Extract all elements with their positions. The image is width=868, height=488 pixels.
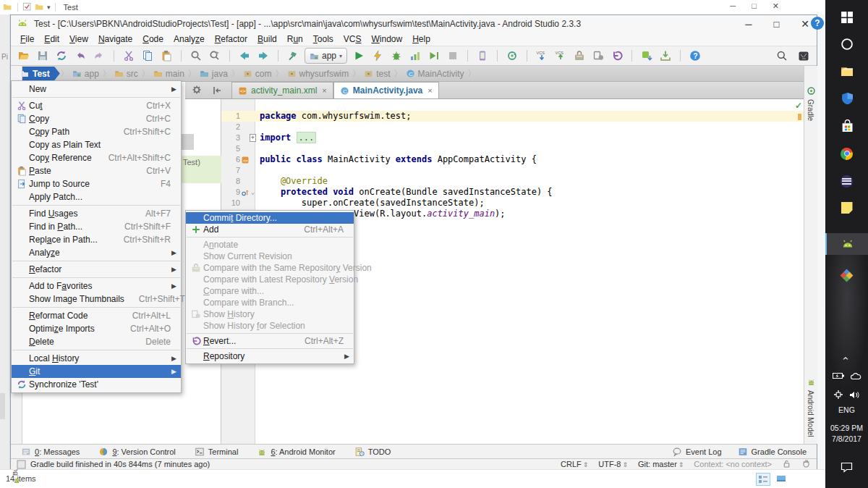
git-submenu-item-show-history[interactable]: Show History <box>186 308 354 320</box>
context-menu-item-new[interactable]: New▶ <box>12 83 181 96</box>
action-center-icon[interactable] <box>825 456 868 478</box>
editor-gear-icon[interactable] <box>190 83 204 98</box>
toolbar-save-button[interactable] <box>35 49 50 63</box>
as-titlebar[interactable]: Test - [C:\Users\PBKN\AndroidStudioProje… <box>11 15 817 33</box>
explorer-thumbnail-view-button[interactable] <box>775 473 788 484</box>
toolbar-back-button[interactable] <box>237 49 252 63</box>
pen-device-icon[interactable] <box>833 390 843 400</box>
toolbar-help-button[interactable]: ? <box>688 49 702 63</box>
context-menu-item-synchronize-test[interactable]: Synchronize 'Test' <box>12 378 181 391</box>
git-submenu-item-add[interactable]: AddCtrl+Alt+A <box>186 224 354 235</box>
fold-marker-slot[interactable]: + <box>250 132 256 143</box>
menubar-item-edit[interactable]: Edit <box>39 33 64 45</box>
menubar-item-build[interactable]: Build <box>252 33 282 45</box>
git-submenu-item-show-current-revision[interactable]: Show Current Revision <box>186 251 354 262</box>
git-submenu-item-show-history-for-selection[interactable]: Show History for Selection <box>186 320 354 332</box>
menubar-item-refactor[interactable]: Refactor <box>210 33 252 45</box>
git-submenu-item-compare-with-the-same-repository-version[interactable]: Compare with the Same Repository Version <box>186 262 354 274</box>
tab-close-icon[interactable]: × <box>322 86 326 95</box>
toolbar-compare-button[interactable] <box>572 49 587 63</box>
menubar-item-vcs[interactable]: VCS <box>339 33 367 45</box>
android-model-toolwindow-button[interactable]: Android Model <box>807 390 814 437</box>
menubar-item-navigate[interactable]: Navigate <box>93 33 137 45</box>
git-submenu-item-commit-directory[interactable]: Commit Directory... <box>186 212 354 224</box>
context-menu-item-copy-path[interactable]: Copy PathCtrl+Shift+C <box>12 125 181 138</box>
fold-expand-icon[interactable]: + <box>250 134 256 142</box>
context-menu-item-copy[interactable]: CopyCtrl+C <box>12 112 181 125</box>
context-menu-item-optimize-imports[interactable]: Optimize ImportsCtrl+Alt+O <box>12 322 181 335</box>
fold-marker-slot[interactable]: ⌄ <box>250 187 256 198</box>
toolbar-copy-button[interactable] <box>140 49 155 63</box>
toolbar-make-button[interactable] <box>286 49 300 63</box>
chevron-down-icon[interactable]: ▾ <box>47 4 51 11</box>
toolbar-changes-button[interactable] <box>591 49 605 63</box>
context-menu-item-copy-reference[interactable]: Copy ReferenceCtrl+Alt+Shift+C <box>12 151 181 164</box>
taskbar-pinwheel-app-icon[interactable] <box>825 265 868 287</box>
taskbar-sticky-notes-icon[interactable] <box>825 197 868 219</box>
context-menu-item-reformat-code[interactable]: Reformat CodeCtrl+Alt+L <box>12 309 181 322</box>
context-menu-item-refactor[interactable]: Refactor▶ <box>12 263 181 276</box>
code-line-10[interactable]: 10 super.onCreate(savedInstanceState); <box>221 198 804 209</box>
run-configuration-dropdown[interactable]: app▾ <box>305 48 347 64</box>
code-line-5[interactable]: 5 <box>221 143 804 154</box>
toolbar-undo-button[interactable] <box>73 49 88 63</box>
taskbar-chrome-icon[interactable] <box>825 143 868 164</box>
context-menu-item-delete[interactable]: DeleteDelete <box>12 335 181 348</box>
toolwindow-button-event-log[interactable]: Event Log <box>672 447 722 457</box>
toolwindow-toggle-icon[interactable] <box>17 460 26 469</box>
menubar-item-tools[interactable]: Tools <box>308 33 339 45</box>
toolbar-stop-button[interactable] <box>446 49 460 63</box>
explorer-minimize-button[interactable]: ─ <box>730 1 736 11</box>
vcs-branch-widget[interactable]: Git: master⇕ <box>638 460 684 468</box>
toolbar-run-button[interactable] <box>352 49 366 63</box>
breadcrumb-item-main[interactable]: main <box>150 69 187 79</box>
toolbar-revert-button[interactable] <box>610 49 624 63</box>
toolbar-paste-button[interactable] <box>159 49 174 63</box>
gradle-toolwindow-button[interactable]: Gradle <box>807 99 814 121</box>
minimize-button[interactable]: ─ <box>745 19 752 30</box>
breadcrumb-item-java[interactable]: java <box>197 69 231 79</box>
menubar-item-code[interactable]: Code <box>137 33 169 45</box>
context-menu-item-replace-in-path[interactable]: Replace in Path...Ctrl+Shift+R <box>12 233 181 246</box>
taskbar-microsoft-store-icon[interactable] <box>825 114 868 136</box>
lock-icon[interactable] <box>782 459 791 470</box>
explorer-maximize-button[interactable]: □ <box>752 1 757 11</box>
git-submenu-item-compare-with[interactable]: Compare with... <box>186 285 354 297</box>
project-tree-selected-row[interactable] <box>182 134 194 150</box>
taskbar-windows-start-icon[interactable] <box>825 6 868 28</box>
explorer-details-view-button[interactable] <box>756 473 770 486</box>
git-submenu-item-revert[interactable]: Revert...Ctrl+Alt+Z <box>186 335 354 347</box>
toolbar-instant-run-button[interactable] <box>370 49 385 63</box>
toolbar-profiler-button[interactable] <box>408 49 422 63</box>
maximize-button[interactable]: □ <box>773 19 779 30</box>
git-submenu-item-compare-with-branch[interactable]: Compare with Branch... <box>186 297 354 308</box>
taskbar-windows-defender-icon[interactable] <box>825 87 868 109</box>
context-menu-item-jump-to-source[interactable]: Jump to SourceF4 <box>12 177 181 190</box>
toolbar-redo-button[interactable] <box>92 49 106 63</box>
code-line-6[interactable]: 6<>public class MainActivity extends App… <box>221 154 804 165</box>
code-line-3[interactable]: 3+import ... <box>221 132 804 143</box>
hidden-icons-chevron[interactable]: ‹ <box>825 352 868 365</box>
code-line-2[interactable]: 2 <box>221 122 804 132</box>
menubar-item-help[interactable]: Help <box>407 33 435 45</box>
context-menu-item-show-image-thumbnails[interactable]: Show Image ThumbnailsCtrl+Shift+T <box>12 293 181 306</box>
menubar-item-analyze[interactable]: Analyze <box>169 33 210 45</box>
explorer-help-button[interactable]: ? <box>811 17 824 30</box>
git-submenu-item-repository[interactable]: Repository▶ <box>186 350 354 362</box>
toolwindow-button-terminal[interactable]: Terminal <box>195 447 239 457</box>
toolbar-debug-button[interactable] <box>389 49 404 63</box>
toolbar-forward-button[interactable] <box>256 49 271 63</box>
volume-icon[interactable] <box>849 390 860 400</box>
context-menu-item-apply-patch[interactable]: Apply Patch... <box>12 190 181 203</box>
taskbar-eclipse-icon[interactable] <box>825 170 868 192</box>
breadcrumb-item-src[interactable]: src <box>111 69 141 79</box>
context-menu-item-find-in-path[interactable]: Find in Path...Ctrl+Shift+F <box>12 220 181 233</box>
breadcrumb-item-test[interactable]: test <box>361 69 393 79</box>
context-widget[interactable]: Context: <no context> <box>694 460 772 468</box>
toolwindow-button-todo[interactable]: TODO <box>354 447 391 457</box>
toolbar-search-button[interactable] <box>775 49 789 63</box>
toolbar-open-folder-button[interactable] <box>17 49 31 63</box>
toolbar-gradle-sync-button[interactable] <box>505 49 519 63</box>
tab-close-icon[interactable]: × <box>427 86 432 95</box>
encoding-widget[interactable]: UTF-8⇕ <box>598 460 628 468</box>
